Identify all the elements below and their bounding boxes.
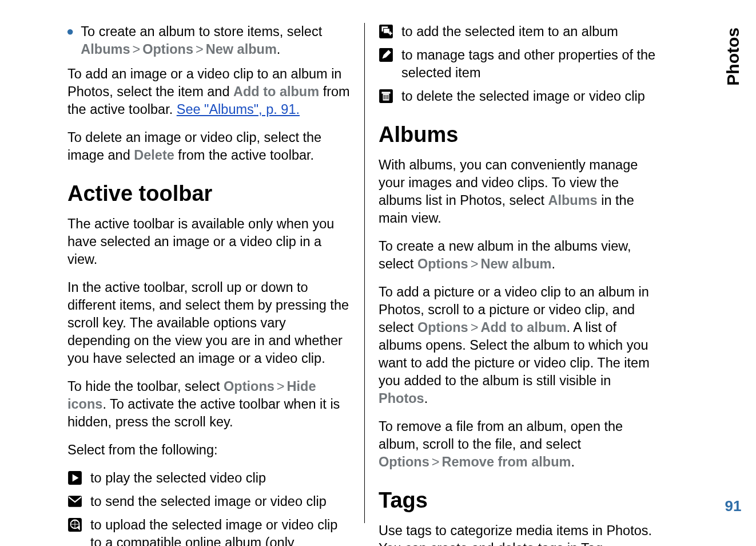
sep: > — [274, 379, 287, 394]
play-icon — [67, 470, 82, 485]
text: to send the selected image or video clip — [90, 493, 351, 511]
sep: > — [193, 42, 206, 57]
page: ● To create an album to store items, sel… — [0, 17, 756, 529]
menu-options: Options — [224, 379, 274, 394]
menu-new-album: New album — [480, 256, 551, 271]
right-column: to add the selected item to an album to … — [365, 23, 674, 523]
toolbar-item-upload: to upload the selected image or video cl… — [67, 516, 351, 546]
para-delete: To delete an image or video clip, select… — [67, 129, 351, 164]
para-create-new-album: To create a new album in the albums view… — [379, 238, 662, 273]
link-see-albums[interactable]: See "Albums", p. 91. — [177, 102, 300, 117]
para-tags-intro: Use tags to categorize media items in Ph… — [379, 522, 662, 546]
pencil-edit-icon — [379, 48, 393, 62]
text: to upload the selected image or video cl… — [90, 516, 351, 546]
toolbar-item-play: to play the selected video clip — [67, 469, 351, 487]
text: . — [424, 391, 428, 406]
menu-albums: Albums — [548, 193, 598, 208]
left-column: ● To create an album to store items, sel… — [67, 23, 365, 523]
para-add-to-album-right: To add a picture or a video clip to an a… — [379, 283, 662, 407]
para-add-to-album: To add an image or a video clip to an al… — [67, 65, 351, 118]
envelope-icon — [67, 494, 82, 509]
menu-options: Options — [142, 42, 193, 57]
text: To create an album to store items, selec… — [81, 24, 322, 39]
text: To remove a file from an album, open the… — [379, 419, 623, 452]
toolbar-item-send: to send the selected image or video clip — [67, 493, 351, 511]
svg-rect-6 — [384, 29, 390, 34]
para-hide-toolbar: To hide the toolbar, select Options>Hide… — [67, 378, 351, 431]
menu-add-to-album: Add to album — [480, 320, 566, 335]
text: . To activate the active toolbar when it… — [67, 397, 340, 429]
bullet-create-album: ● To create an album to store items, sel… — [66, 23, 351, 58]
toolbar-item-delete: to delete the selected image or video cl… — [379, 88, 662, 105]
page-number: 91 — [725, 497, 742, 515]
menu-options: Options — [379, 454, 429, 469]
para-toolbar-availability: The active toolbar is available only whe… — [67, 215, 351, 268]
sep: > — [130, 42, 142, 57]
menu-new-album: New album — [206, 42, 277, 57]
heading-albums: Albums — [379, 122, 662, 147]
text: from the active toolbar. — [174, 148, 314, 163]
sep: > — [429, 454, 442, 469]
toolbar-item-add-album: to add the selected item to an album — [379, 23, 662, 41]
text: . — [552, 256, 556, 271]
trash-icon — [379, 89, 393, 104]
text: To hide the toolbar, select — [67, 379, 224, 394]
bullet-text: To create an album to store items, selec… — [81, 23, 351, 58]
heading-tags: Tags — [379, 488, 662, 513]
toolbar-item-tags: to manage tags and other properties of t… — [379, 46, 662, 82]
menu-add-to-album: Add to album — [233, 84, 319, 99]
globe-upload-icon — [67, 517, 82, 532]
add-to-album-icon — [379, 24, 393, 39]
side-panel: Photos 91 — [710, 17, 756, 529]
text: to manage tags and other properties of t… — [401, 46, 662, 82]
sep: > — [468, 256, 481, 271]
text: to play the selected video clip — [90, 469, 351, 487]
side-tab-label: Photos — [723, 27, 743, 86]
heading-active-toolbar: Active toolbar — [67, 181, 351, 206]
text: to upload the selected image or video cl… — [90, 517, 341, 546]
text: to add the selected item to an album — [401, 23, 662, 41]
text: to delete the selected image or video cl… — [401, 88, 662, 105]
menu-albums: Albums — [81, 42, 130, 57]
para-toolbar-scroll: In the active toolbar, scroll up or down… — [67, 279, 351, 367]
bullet-icon: ● — [66, 24, 74, 58]
menu-photos: Photos — [379, 391, 424, 406]
para-select-following: Select from the following: — [67, 441, 351, 459]
sep: > — [468, 320, 481, 335]
para-albums-intro: With albums, you can conveniently manage… — [379, 156, 662, 227]
text: . — [277, 42, 281, 57]
menu-delete: Delete — [134, 148, 174, 163]
content-columns: ● To create an album to store items, sel… — [0, 17, 710, 529]
svg-rect-10 — [381, 92, 390, 93]
menu-options: Options — [417, 256, 468, 271]
menu-remove-from-album: Remove from album — [442, 454, 571, 469]
menu-options: Options — [417, 320, 468, 335]
text: . — [571, 454, 575, 469]
para-remove-from-album: To remove a file from an album, open the… — [379, 418, 662, 471]
